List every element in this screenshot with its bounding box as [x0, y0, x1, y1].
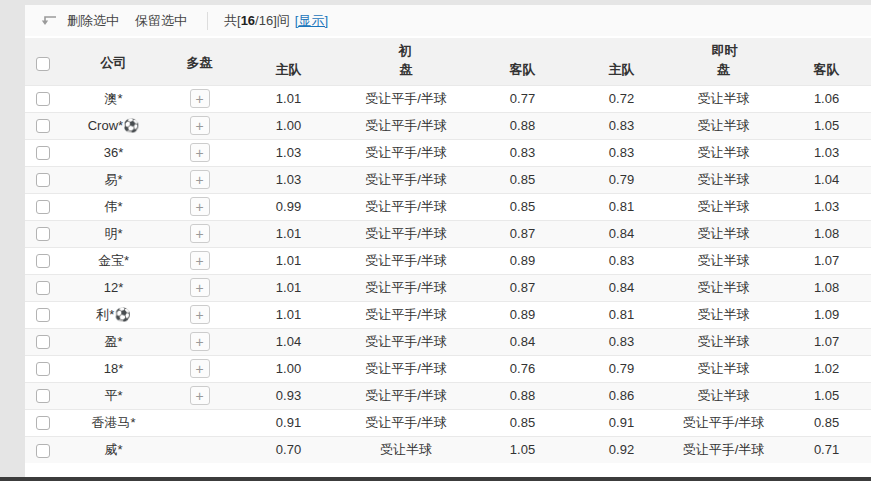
multi-plus-button[interactable]: + [190, 386, 210, 405]
live-handicap: 受让半球 [665, 355, 782, 382]
company-name: Crow*⚽ [60, 112, 167, 139]
multi-cell: + [167, 301, 232, 328]
header-live-handicap: 盘 [665, 60, 782, 85]
toolbar: 删除选中 保留选中 共[16/16]间 [显示] [25, 5, 871, 36]
multi-cell: + [167, 328, 232, 355]
live-home-odds: 0.86 [578, 382, 665, 409]
select-all-cell [25, 38, 60, 85]
corner-arrow-icon [39, 14, 57, 27]
initial-home-odds: 1.01 [232, 85, 345, 112]
initial-home-odds: 1.03 [232, 139, 345, 166]
multi-cell: + [167, 409, 232, 436]
initial-handicap: 受让半球 [345, 436, 467, 463]
multi-cell: + [167, 436, 232, 463]
row-checkbox[interactable] [36, 92, 50, 106]
live-away-odds: 1.06 [782, 85, 871, 112]
initial-handicap: 受让平手/半球 [345, 139, 467, 166]
live-handicap: 受让半球 [665, 112, 782, 139]
initial-home-odds: 0.93 [232, 382, 345, 409]
row-checkbox[interactable] [36, 119, 50, 133]
multi-plus-button[interactable]: + [190, 143, 210, 162]
live-away-odds: 0.85 [782, 409, 871, 436]
row-checkbox[interactable] [36, 254, 50, 268]
multi-cell: + [167, 193, 232, 220]
row-checkbox-cell [25, 436, 60, 463]
company-name: 36* [60, 139, 167, 166]
live-away-odds: 1.07 [782, 328, 871, 355]
multi-cell: + [167, 355, 232, 382]
live-away-odds: 1.08 [782, 274, 871, 301]
select-all-checkbox[interactable] [36, 57, 50, 71]
header-initial-handicap: 盘 [345, 60, 467, 85]
header-initial-away: 客队 [467, 60, 578, 85]
row-checkbox[interactable] [36, 308, 50, 322]
show-link[interactable]: [显示] [295, 12, 328, 30]
live-handicap: 受让平手/半球 [665, 436, 782, 463]
initial-home-odds: 1.01 [232, 274, 345, 301]
initial-handicap: 受让平手/半球 [345, 355, 467, 382]
live-handicap: 受让半球 [665, 193, 782, 220]
row-checkbox[interactable] [36, 444, 50, 458]
row-checkbox-cell [25, 382, 60, 409]
initial-home-odds: 0.70 [232, 436, 345, 463]
delete-selected-button[interactable]: 删除选中 [67, 12, 119, 30]
initial-handicap: 受让平手/半球 [345, 112, 467, 139]
multi-cell: + [167, 274, 232, 301]
table-row: 盈* + 1.04 受让平手/半球 0.84 0.83 受让半球 1.07 [25, 328, 871, 355]
row-checkbox[interactable] [36, 389, 50, 403]
multi-cell: + [167, 382, 232, 409]
multi-cell: + [167, 112, 232, 139]
row-checkbox-cell [25, 112, 60, 139]
row-checkbox[interactable] [36, 227, 50, 241]
table-row: 威* + 0.70 受让半球 1.05 0.92 受让平手/半球 0.71 [25, 436, 871, 463]
initial-handicap: 受让平手/半球 [345, 220, 467, 247]
live-away-odds: 1.05 [782, 112, 871, 139]
multi-plus-button[interactable]: + [190, 116, 210, 135]
multi-plus-button[interactable]: + [190, 278, 210, 297]
row-checkbox[interactable] [36, 362, 50, 376]
live-handicap: 受让半球 [665, 382, 782, 409]
initial-home-odds: 1.01 [232, 220, 345, 247]
table-row: 36* + 1.03 受让平手/半球 0.83 0.83 受让半球 1.03 [25, 139, 871, 166]
count-selected: 16 [241, 13, 255, 28]
row-checkbox-cell [25, 247, 60, 274]
multi-cell: + [167, 220, 232, 247]
row-checkbox[interactable] [36, 335, 50, 349]
company-name: 伟* [60, 193, 167, 220]
live-home-odds: 0.79 [578, 355, 665, 382]
live-handicap: 受让半球 [665, 220, 782, 247]
initial-away-odds: 0.88 [467, 112, 578, 139]
row-checkbox[interactable] [36, 416, 50, 430]
header-company: 公司 [60, 38, 167, 85]
live-away-odds: 1.03 [782, 139, 871, 166]
multi-plus-button[interactable]: + [190, 89, 210, 108]
initial-home-odds: 1.03 [232, 166, 345, 193]
table-row: 利*⚽ + 1.01 受让平手/半球 0.89 0.81 受让半球 1.09 [25, 301, 871, 328]
live-away-odds: 0.71 [782, 436, 871, 463]
multi-plus-button[interactable]: + [190, 197, 210, 216]
initial-handicap: 受让平手/半球 [345, 166, 467, 193]
multi-plus-button[interactable]: + [190, 224, 210, 243]
row-checkbox-cell [25, 139, 60, 166]
row-checkbox[interactable] [36, 281, 50, 295]
multi-plus-button[interactable]: + [190, 359, 210, 378]
company-name: 18* [60, 355, 167, 382]
multi-plus-button[interactable]: + [190, 332, 210, 351]
live-home-odds: 0.84 [578, 274, 665, 301]
multi-cell: + [167, 85, 232, 112]
row-checkbox-cell [25, 409, 60, 436]
table-row: 香港马* + 0.91 受让平手/半球 0.85 0.91 受让平手/半球 0.… [25, 409, 871, 436]
initial-away-odds: 1.05 [467, 436, 578, 463]
live-away-odds: 1.04 [782, 166, 871, 193]
keep-selected-button[interactable]: 保留选中 [135, 12, 187, 30]
live-home-odds: 0.92 [578, 436, 665, 463]
multi-plus-button[interactable]: + [190, 305, 210, 324]
row-checkbox[interactable] [36, 200, 50, 214]
row-checkbox[interactable] [36, 146, 50, 160]
multi-plus-button[interactable]: + [190, 251, 210, 270]
row-checkbox[interactable] [36, 173, 50, 187]
odds-panel: 删除选中 保留选中 共[16/16]间 [显示] 公司 多盘 初 即时 主队 盘… [25, 5, 871, 481]
initial-away-odds: 0.85 [467, 193, 578, 220]
multi-plus-button[interactable]: + [190, 170, 210, 189]
multi-cell: + [167, 247, 232, 274]
